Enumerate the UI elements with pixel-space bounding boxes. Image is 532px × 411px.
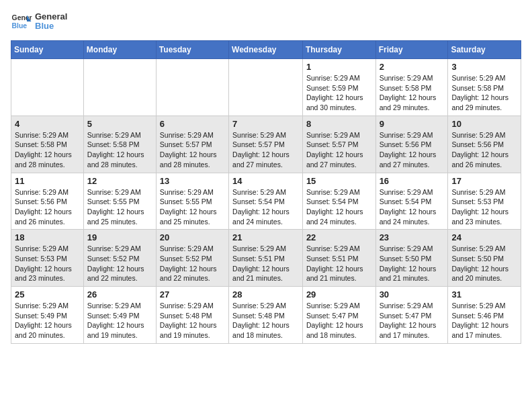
day-info: Sunrise: 5:29 AM Sunset: 5:54 PM Dayligh… xyxy=(380,187,445,227)
day-info: Sunrise: 5:29 AM Sunset: 5:48 PM Dayligh… xyxy=(232,301,299,340)
day-info: Sunrise: 5:29 AM Sunset: 5:53 PM Dayligh… xyxy=(15,244,80,283)
calendar-week-3: 11Sunrise: 5:29 AM Sunset: 5:56 PM Dayli… xyxy=(11,173,521,230)
weekday-header-wednesday: Wednesday xyxy=(229,41,303,59)
calendar-cell xyxy=(229,59,303,116)
day-number: 27 xyxy=(160,289,225,300)
weekday-header-thursday: Thursday xyxy=(302,41,375,59)
calendar-header: SundayMondayTuesdayWednesdayThursdayFrid… xyxy=(11,41,521,59)
day-number: 15 xyxy=(306,176,372,186)
day-number: 30 xyxy=(380,289,445,300)
calendar-week-5: 25Sunrise: 5:29 AM Sunset: 5:49 PM Dayli… xyxy=(11,287,521,344)
day-number: 9 xyxy=(380,119,445,129)
day-number: 20 xyxy=(160,232,225,242)
calendar-cell: 8Sunrise: 5:29 AM Sunset: 5:57 PM Daylig… xyxy=(302,116,375,173)
day-info: Sunrise: 5:29 AM Sunset: 5:47 PM Dayligh… xyxy=(306,301,372,340)
day-info: Sunrise: 5:29 AM Sunset: 5:46 PM Dayligh… xyxy=(451,301,517,340)
day-number: 10 xyxy=(451,119,517,129)
calendar-cell xyxy=(11,59,84,116)
calendar-cell xyxy=(156,59,228,116)
calendar-cell: 9Sunrise: 5:29 AM Sunset: 5:56 PM Daylig… xyxy=(375,116,448,173)
calendar-cell: 1Sunrise: 5:29 AM Sunset: 5:59 PM Daylig… xyxy=(302,59,375,116)
calendar-cell: 6Sunrise: 5:29 AM Sunset: 5:57 PM Daylig… xyxy=(156,116,228,173)
day-number: 22 xyxy=(306,232,372,242)
day-number: 14 xyxy=(232,176,299,186)
day-number: 13 xyxy=(160,176,225,186)
day-number: 16 xyxy=(380,176,445,186)
day-number: 26 xyxy=(87,289,152,300)
day-info: Sunrise: 5:29 AM Sunset: 5:52 PM Dayligh… xyxy=(87,244,152,283)
day-number: 3 xyxy=(451,62,517,72)
calendar-week-1: 1Sunrise: 5:29 AM Sunset: 5:59 PM Daylig… xyxy=(11,59,521,116)
day-info: Sunrise: 5:29 AM Sunset: 5:50 PM Dayligh… xyxy=(380,244,445,283)
weekday-header-tuesday: Tuesday xyxy=(156,41,228,59)
day-info: Sunrise: 5:29 AM Sunset: 5:56 PM Dayligh… xyxy=(380,130,445,170)
calendar-cell: 20Sunrise: 5:29 AM Sunset: 5:52 PM Dayli… xyxy=(156,230,228,287)
day-info: Sunrise: 5:29 AM Sunset: 5:58 PM Dayligh… xyxy=(15,130,80,170)
day-info: Sunrise: 5:29 AM Sunset: 5:54 PM Dayligh… xyxy=(306,187,372,227)
calendar-cell: 19Sunrise: 5:29 AM Sunset: 5:52 PM Dayli… xyxy=(83,230,156,287)
calendar-cell: 18Sunrise: 5:29 AM Sunset: 5:53 PM Dayli… xyxy=(11,230,84,287)
day-info: Sunrise: 5:29 AM Sunset: 5:57 PM Dayligh… xyxy=(160,130,225,170)
calendar-cell: 28Sunrise: 5:29 AM Sunset: 5:48 PM Dayli… xyxy=(229,287,303,344)
day-number: 21 xyxy=(232,232,299,242)
calendar-cell: 30Sunrise: 5:29 AM Sunset: 5:47 PM Dayli… xyxy=(375,287,448,344)
calendar-cell: 3Sunrise: 5:29 AM Sunset: 5:58 PM Daylig… xyxy=(448,59,521,116)
calendar-cell: 26Sunrise: 5:29 AM Sunset: 5:49 PM Dayli… xyxy=(83,287,156,344)
day-number: 12 xyxy=(87,176,152,186)
day-info: Sunrise: 5:29 AM Sunset: 5:55 PM Dayligh… xyxy=(87,187,152,227)
day-info: Sunrise: 5:29 AM Sunset: 5:49 PM Dayligh… xyxy=(15,301,80,340)
day-info: Sunrise: 5:29 AM Sunset: 5:47 PM Dayligh… xyxy=(380,301,445,340)
calendar-cell: 2Sunrise: 5:29 AM Sunset: 5:58 PM Daylig… xyxy=(375,59,448,116)
weekday-header-saturday: Saturday xyxy=(448,41,521,59)
day-number: 4 xyxy=(15,119,80,129)
calendar-cell: 31Sunrise: 5:29 AM Sunset: 5:46 PM Dayli… xyxy=(448,287,521,344)
calendar-body: 1Sunrise: 5:29 AM Sunset: 5:59 PM Daylig… xyxy=(11,59,521,344)
calendar-cell: 24Sunrise: 5:29 AM Sunset: 5:50 PM Dayli… xyxy=(448,230,521,287)
day-info: Sunrise: 5:29 AM Sunset: 5:55 PM Dayligh… xyxy=(160,187,225,227)
calendar-cell xyxy=(83,59,156,116)
calendar-cell: 23Sunrise: 5:29 AM Sunset: 5:50 PM Dayli… xyxy=(375,230,448,287)
calendar-cell: 14Sunrise: 5:29 AM Sunset: 5:54 PM Dayli… xyxy=(229,173,303,230)
calendar-cell: 15Sunrise: 5:29 AM Sunset: 5:54 PM Dayli… xyxy=(302,173,375,230)
calendar-cell: 4Sunrise: 5:29 AM Sunset: 5:58 PM Daylig… xyxy=(11,116,84,173)
calendar-cell: 11Sunrise: 5:29 AM Sunset: 5:56 PM Dayli… xyxy=(11,173,84,230)
calendar-cell: 25Sunrise: 5:29 AM Sunset: 5:49 PM Dayli… xyxy=(11,287,84,344)
day-info: Sunrise: 5:29 AM Sunset: 5:54 PM Dayligh… xyxy=(232,187,299,227)
day-info: Sunrise: 5:29 AM Sunset: 5:56 PM Dayligh… xyxy=(451,130,517,170)
day-number: 23 xyxy=(380,232,445,242)
day-info: Sunrise: 5:29 AM Sunset: 5:58 PM Dayligh… xyxy=(451,73,517,113)
day-info: Sunrise: 5:29 AM Sunset: 5:49 PM Dayligh… xyxy=(87,301,152,340)
calendar-cell: 13Sunrise: 5:29 AM Sunset: 5:55 PM Dayli… xyxy=(156,173,228,230)
calendar-week-4: 18Sunrise: 5:29 AM Sunset: 5:53 PM Dayli… xyxy=(11,230,521,287)
calendar-cell: 12Sunrise: 5:29 AM Sunset: 5:55 PM Dayli… xyxy=(83,173,156,230)
day-info: Sunrise: 5:29 AM Sunset: 5:51 PM Dayligh… xyxy=(306,244,372,283)
calendar-cell: 21Sunrise: 5:29 AM Sunset: 5:51 PM Dayli… xyxy=(229,230,303,287)
day-info: Sunrise: 5:29 AM Sunset: 5:52 PM Dayligh… xyxy=(160,244,225,283)
day-number: 19 xyxy=(87,232,152,242)
day-info: Sunrise: 5:29 AM Sunset: 5:56 PM Dayligh… xyxy=(15,187,80,227)
day-number: 1 xyxy=(306,62,372,72)
day-info: Sunrise: 5:29 AM Sunset: 5:57 PM Dayligh… xyxy=(232,130,299,170)
svg-text:Blue: Blue xyxy=(12,22,28,30)
day-number: 5 xyxy=(87,119,152,129)
logo-icon: General Blue xyxy=(11,11,32,32)
calendar-table: SundayMondayTuesdayWednesdayThursdayFrid… xyxy=(11,40,521,344)
day-info: Sunrise: 5:29 AM Sunset: 5:50 PM Dayligh… xyxy=(451,244,517,283)
day-info: Sunrise: 5:29 AM Sunset: 5:59 PM Dayligh… xyxy=(306,73,372,113)
day-number: 7 xyxy=(232,119,299,129)
day-number: 2 xyxy=(380,62,445,72)
day-info: Sunrise: 5:29 AM Sunset: 5:57 PM Dayligh… xyxy=(306,130,372,170)
calendar-cell: 29Sunrise: 5:29 AM Sunset: 5:47 PM Dayli… xyxy=(302,287,375,344)
page-header: General Blue General Blue xyxy=(11,11,521,32)
day-info: Sunrise: 5:29 AM Sunset: 5:53 PM Dayligh… xyxy=(451,187,517,227)
day-info: Sunrise: 5:29 AM Sunset: 5:58 PM Dayligh… xyxy=(380,73,445,113)
calendar-cell: 10Sunrise: 5:29 AM Sunset: 5:56 PM Dayli… xyxy=(448,116,521,173)
day-info: Sunrise: 5:29 AM Sunset: 5:48 PM Dayligh… xyxy=(160,301,225,340)
day-number: 17 xyxy=(451,176,517,186)
calendar-cell: 22Sunrise: 5:29 AM Sunset: 5:51 PM Dayli… xyxy=(302,230,375,287)
day-info: Sunrise: 5:29 AM Sunset: 5:51 PM Dayligh… xyxy=(232,244,299,283)
weekday-header-sunday: Sunday xyxy=(11,41,84,59)
day-number: 29 xyxy=(306,289,372,300)
day-number: 28 xyxy=(232,289,299,300)
day-number: 18 xyxy=(15,232,80,242)
